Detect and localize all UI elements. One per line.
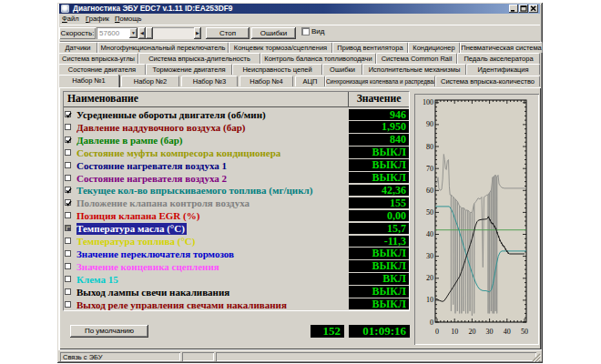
svg-text:70: 70: [426, 165, 433, 173]
svg-text:0: 0: [435, 328, 439, 336]
svg-text:100: 100: [423, 98, 433, 106]
svg-text:30: 30: [426, 252, 433, 260]
svg-text:50: 50: [426, 208, 433, 217]
svg-text:10: 10: [451, 328, 458, 336]
svg-text:50: 50: [521, 328, 528, 336]
svg-text:60: 60: [426, 187, 433, 195]
svg-text:80: 80: [426, 143, 433, 151]
svg-text:40: 40: [504, 328, 511, 336]
svg-text:90: 90: [426, 120, 433, 128]
svg-text:40: 40: [426, 230, 433, 238]
svg-text:20: 20: [426, 274, 433, 282]
svg-text:30: 30: [486, 328, 494, 336]
svg-text:0: 0: [430, 318, 433, 327]
svg-text:10: 10: [426, 296, 433, 304]
svg-text:20: 20: [468, 328, 475, 336]
